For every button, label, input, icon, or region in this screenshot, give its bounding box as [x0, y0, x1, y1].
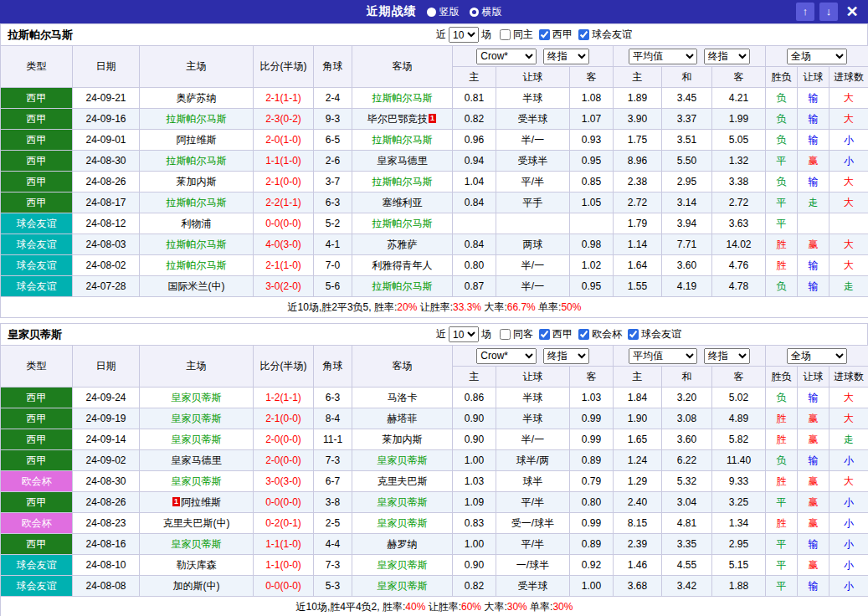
- home-team-cell[interactable]: 皇家马德里: [140, 450, 254, 471]
- home-team-cell[interactable]: 拉斯帕尔马斯: [140, 151, 254, 172]
- home-team-cell[interactable]: 利物浦: [140, 213, 254, 234]
- away-team-cell[interactable]: 皇家贝蒂斯: [352, 555, 453, 576]
- handicap-result-cell: 赢: [798, 151, 829, 172]
- filter-同客[interactable]: 同客: [500, 327, 533, 341]
- filter-checkbox[interactable]: [500, 29, 511, 40]
- handicap-home-odds-cell: 1.00: [453, 534, 496, 555]
- away-team-cell[interactable]: 克里夫巴斯: [352, 471, 453, 492]
- away-team-cell[interactable]: 塞维利亚: [352, 192, 453, 213]
- avg-select[interactable]: 平均值: [629, 348, 697, 364]
- away-team-cell[interactable]: 皇家马德里: [352, 151, 453, 172]
- radio-icon[interactable]: [427, 8, 436, 17]
- avg-stage-select[interactable]: 终指: [704, 348, 750, 364]
- handicap-result-cell: 赢: [798, 492, 829, 513]
- away-team-cell[interactable]: 拉斯帕尔马斯: [352, 213, 453, 234]
- column-header-date: 日期: [73, 46, 140, 88]
- filter-checkbox[interactable]: [578, 329, 589, 340]
- filter-checkbox[interactable]: [578, 29, 589, 40]
- home-team-cell[interactable]: 拉斯帕尔马斯: [140, 109, 254, 130]
- fulltime-select[interactable]: 全场: [787, 348, 847, 364]
- filter-checkbox[interactable]: [539, 29, 550, 40]
- home-team-cell[interactable]: 皇家贝蒂斯: [140, 408, 254, 429]
- away-team-cell[interactable]: 皇家贝蒂斯: [352, 576, 453, 597]
- scroll-down-button[interactable]: ↓: [819, 3, 838, 21]
- away-team-cell[interactable]: 赫罗纳: [352, 534, 453, 555]
- away-team-cell[interactable]: 赫塔菲: [352, 408, 453, 429]
- home-team-cell[interactable]: 皇家贝蒂斯: [140, 388, 254, 408]
- home-team-cell[interactable]: 国际米兰(中): [140, 276, 254, 297]
- home-team-cell[interactable]: 1阿拉维斯: [140, 492, 254, 513]
- red-card-badge: 1: [172, 497, 180, 506]
- filter-checkbox[interactable]: [628, 329, 639, 340]
- match-row: 西甲24-08-261阿拉维斯0-0(0-0)3-8皇家贝蒂斯1.09平/半0.…: [1, 492, 868, 513]
- away-team-cell[interactable]: 皇家贝蒂斯: [352, 513, 453, 534]
- goals-result-cell: 小: [829, 534, 868, 555]
- avg-home-odds-cell: 1.79: [614, 213, 662, 234]
- avg-stage-select[interactable]: 终指: [704, 49, 750, 64]
- away-team-cell[interactable]: 拉斯帕尔马斯: [352, 276, 453, 297]
- home-team-cell[interactable]: 拉斯帕尔马斯: [140, 234, 254, 255]
- filter-西甲[interactable]: 西甲: [539, 28, 573, 42]
- home-team-cell[interactable]: 皇家贝蒂斯: [140, 429, 254, 450]
- away-team-cell[interactable]: 拉斯帕尔马斯: [352, 130, 453, 151]
- filter-球会友谊[interactable]: 球会友谊: [628, 327, 681, 341]
- away-team-cell[interactable]: 皇家贝蒂斯: [352, 450, 453, 471]
- away-team-cell[interactable]: 毕尔巴鄂竞技1: [352, 109, 453, 130]
- fulltime-select[interactable]: 全场: [787, 49, 847, 64]
- wdl-result-cell: 负: [766, 130, 798, 151]
- handicap-home-odds-cell: 0.90: [453, 408, 496, 429]
- home-team-cell[interactable]: 勒沃库森: [140, 555, 254, 576]
- column-header-score: 比分(半场): [254, 346, 314, 388]
- away-team-cell[interactable]: 拉斯帕尔马斯: [352, 172, 453, 192]
- away-team-cell[interactable]: 苏雅萨: [352, 234, 453, 255]
- avg-select[interactable]: 平均值: [629, 49, 697, 64]
- scroll-up-button[interactable]: ↑: [796, 3, 814, 21]
- away-team-cell[interactable]: 利雅得青年人: [352, 255, 453, 276]
- home-team-cell[interactable]: 加的斯(中): [140, 576, 254, 597]
- recent-count-select[interactable]: 10: [449, 27, 479, 43]
- filter-checkbox[interactable]: [539, 329, 550, 340]
- avg-away-odds-cell: 14.02: [712, 234, 766, 255]
- summary-segment: 30%: [552, 601, 573, 613]
- filter-球会友谊[interactable]: 球会友谊: [578, 28, 632, 42]
- filter-西甲[interactable]: 西甲: [539, 327, 573, 341]
- odds-company-select[interactable]: Crow*: [476, 348, 537, 364]
- home-team-cell[interactable]: 皇家贝蒂斯: [140, 471, 254, 492]
- filter-同主[interactable]: 同主: [500, 28, 533, 42]
- home-team-cell[interactable]: 拉斯帕尔马斯: [140, 255, 254, 276]
- subheader-handicap-result: 让球: [798, 367, 829, 388]
- team-name: 克里夫巴斯: [378, 475, 428, 487]
- odds-stage-select[interactable]: 终指: [543, 49, 589, 64]
- date-cell: 24-09-21: [73, 88, 140, 109]
- filter-欧会杯[interactable]: 欧会杯: [578, 327, 622, 341]
- goals-result-cell: [829, 213, 868, 234]
- layout-radio-horizontal[interactable]: 横版: [470, 5, 502, 19]
- away-team-cell[interactable]: 拉斯帕尔马斯: [352, 88, 453, 109]
- wdl-result-cell: 胜: [766, 471, 798, 492]
- close-button[interactable]: ✕: [843, 3, 861, 21]
- filter-checkbox[interactable]: [500, 329, 511, 340]
- score-cell: 0-0(0-0): [254, 213, 314, 234]
- team-name: 皇家贝蒂斯: [378, 454, 428, 466]
- recent-count-select[interactable]: 10: [449, 326, 479, 342]
- competition-badge: 球会友谊: [1, 213, 73, 234]
- odds-stage-select[interactable]: 终指: [543, 348, 589, 364]
- away-team-cell[interactable]: 莱加内斯: [352, 429, 453, 450]
- home-team-cell[interactable]: 阿拉维斯: [140, 130, 254, 151]
- away-team-cell[interactable]: 皇家贝蒂斯: [352, 492, 453, 513]
- away-team-cell[interactable]: 马洛卡: [352, 388, 453, 408]
- home-team-cell[interactable]: 拉斯帕尔马斯: [140, 192, 254, 213]
- home-team-cell[interactable]: 皇家贝蒂斯: [140, 534, 254, 555]
- home-team-cell[interactable]: 奥萨苏纳: [140, 88, 254, 109]
- odds-company-select[interactable]: Crow*: [476, 49, 537, 64]
- home-team-cell[interactable]: 莱加内斯: [140, 172, 254, 192]
- avg-home-odds-cell: 1.90: [614, 408, 662, 429]
- home-team-cell[interactable]: 克里夫巴斯(中): [140, 513, 254, 534]
- layout-radio-vertical[interactable]: 竖版: [427, 5, 460, 19]
- goals-result-cell: 小: [829, 576, 868, 597]
- summary-segment: 33.3%: [453, 301, 481, 313]
- team-name: 阿拉维斯: [177, 134, 217, 146]
- red-card-badge: 1: [429, 114, 436, 123]
- radio-icon[interactable]: [470, 8, 479, 17]
- avg-away-odds-cell: 3.38: [712, 172, 766, 192]
